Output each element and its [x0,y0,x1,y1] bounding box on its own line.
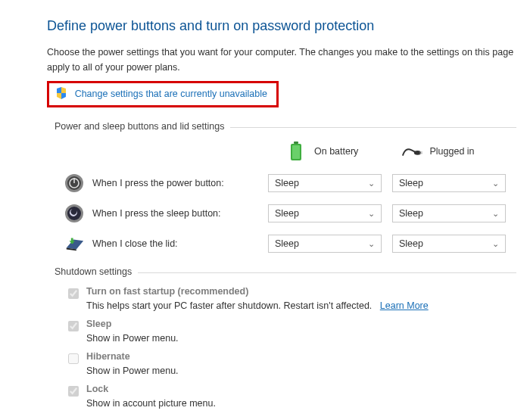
sleep-button-label: When I press the sleep button: [92,208,268,219]
chevron-down-icon: ⌄ [368,209,375,219]
fast-startup-checkbox [68,288,79,299]
fast-startup-desc: This helps start your PC faster after sh… [86,300,372,311]
svg-rect-4 [419,151,422,152]
chevron-down-icon: ⌄ [368,239,375,249]
lid-icon [64,233,85,254]
lock-desc: Show in account picture menu. [86,398,516,409]
chevron-down-icon: ⌄ [492,179,499,188]
sleep-checkbox [68,321,79,331]
lid-plugged-select[interactable]: Sleep⌄ [392,235,506,253]
chevron-down-icon: ⌄ [368,179,375,188]
svg-rect-0 [294,142,298,144]
col-header-plugged-label: Plugged in [430,146,475,157]
sleep-button-icon [64,203,85,224]
divider [138,272,516,273]
col-header-plugged: Plugged in [401,141,517,162]
lid-battery-select[interactable]: Sleep⌄ [268,235,382,253]
svg-point-3 [413,151,420,155]
power-battery-select[interactable]: Sleep⌄ [268,174,382,192]
change-settings-link[interactable]: Change settings that are currently unava… [75,89,267,99]
sleep-battery-select[interactable]: Sleep⌄ [268,204,382,222]
svg-point-11 [67,207,81,220]
power-plugged-select[interactable]: Sleep⌄ [392,174,506,192]
svg-rect-5 [419,153,422,154]
lock-title: Lock [86,384,108,394]
fast-startup-title: Turn on fast startup (recommended) [86,286,248,297]
section-power-sleep-header: Power and sleep buttons and lid settings [55,121,224,132]
hibernate-title: Hibernate [86,351,130,362]
hibernate-desc: Show in Power menu. [86,366,516,376]
svg-rect-2 [292,145,300,159]
section-shutdown-header: Shutdown settings [55,266,132,277]
power-button-icon [64,173,85,194]
page-description: Choose the power settings that you want … [47,45,516,75]
lid-label: When I close the lid: [92,238,268,249]
divider [230,127,516,128]
battery-icon [285,141,307,162]
power-button-label: When I press the power button: [92,178,268,188]
sleep-title: Sleep [86,319,111,329]
sleep-desc: Show in Power menu. [86,333,516,344]
sleep-plugged-select[interactable]: Sleep⌄ [392,204,506,222]
plug-icon [401,141,422,162]
chevron-down-icon: ⌄ [492,239,499,249]
lock-checkbox [68,386,79,397]
hibernate-checkbox [68,353,79,364]
col-header-battery: On battery [285,141,401,162]
learn-more-link[interactable]: Learn More [380,300,429,311]
change-settings-highlight-box: Change settings that are currently unava… [47,81,279,107]
chevron-down-icon: ⌄ [492,209,499,219]
shield-icon [55,87,67,101]
page-title: Define power buttons and turn on passwor… [47,18,516,34]
col-header-battery-label: On battery [314,146,358,157]
